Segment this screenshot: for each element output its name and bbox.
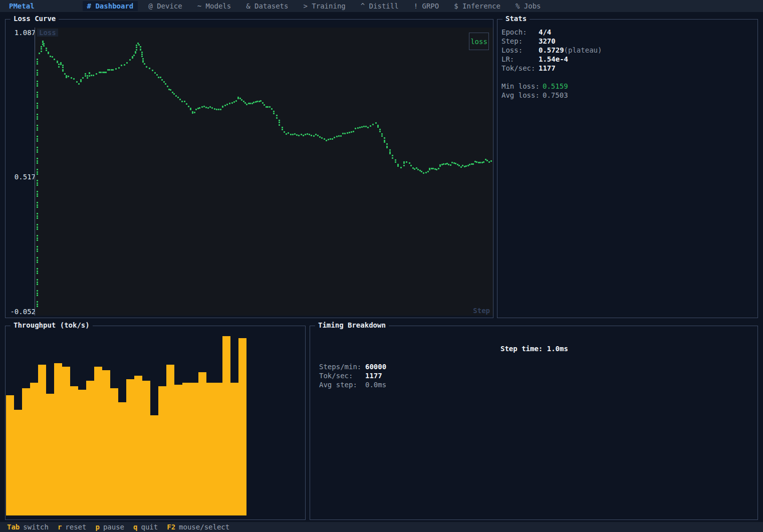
- stat-step: Step: 3270: [501, 37, 753, 46]
- throughput-bar: [166, 365, 174, 515]
- throughput-bar: [230, 383, 238, 515]
- hotkey-reset[interactable]: rreset: [58, 523, 87, 531]
- throughput-bar: [86, 381, 94, 515]
- throughput-bar: [46, 394, 54, 515]
- throughput-bar: [150, 415, 158, 515]
- throughput-bar: [238, 338, 246, 515]
- throughput-bar-chart: [6, 335, 305, 515]
- throughput-bar: [206, 383, 214, 515]
- throughput-bar: [22, 388, 30, 515]
- top-nav-bar: PMetal # Dashboard @ Device ~ Models & D…: [0, 0, 763, 12]
- timing-breakdown-panel: Timing Breakdown Step time: 1.0ms Steps/…: [310, 326, 758, 520]
- throughput-bar: [70, 386, 78, 515]
- hotkey-pause[interactable]: ppause: [95, 523, 124, 531]
- tab-jobs[interactable]: % Jobs: [511, 1, 546, 11]
- x-axis-label: Step: [473, 307, 490, 315]
- step-time-value: Step time: 1.0ms: [500, 345, 568, 353]
- throughput-bar: [102, 370, 110, 515]
- stat-min-loss: Min loss: 0.5159: [501, 82, 753, 91]
- stats-title: Stats: [502, 15, 530, 23]
- stats-panel: Stats Epoch: 4/4 Step: 3270 Loss: 0.5729…: [497, 19, 758, 318]
- tab-datasets[interactable]: & Datasets: [241, 1, 293, 11]
- throughput-title: Throughput (tok/s): [11, 321, 93, 329]
- timing-steps-per-min: Steps/min: 60000: [319, 362, 386, 371]
- tab-inference[interactable]: $ Inference: [449, 1, 505, 11]
- throughput-bar: [214, 383, 222, 515]
- stat-toksec: Tok/sec: 1177: [501, 64, 753, 73]
- timing-title: Timing Breakdown: [315, 321, 389, 329]
- loss-curve-title: Loss Curve: [11, 15, 59, 23]
- throughput-bar: [30, 383, 38, 515]
- tab-training[interactable]: > Training: [299, 1, 350, 11]
- stat-lr: LR: 1.54e-4: [501, 55, 753, 64]
- y-axis-label: Loss: [37, 29, 58, 37]
- throughput-bar: [126, 379, 134, 515]
- throughput-bar: [94, 367, 102, 515]
- status-bar: Tabswitch rreset ppause qquit F2mouse/se…: [0, 522, 763, 532]
- timing-avg-step: Avg step: 0.0ms: [319, 380, 386, 389]
- stat-epoch: Epoch: 4/4: [501, 28, 753, 37]
- loss-plateau-note: (plateau): [564, 46, 602, 55]
- throughput-bar: [174, 385, 182, 515]
- timing-tok-sec: Tok/sec: 1177: [319, 371, 386, 380]
- throughput-bar: [118, 402, 126, 515]
- y-axis-tick-min: -0.052: [8, 308, 36, 316]
- tab-models[interactable]: ~ Models: [193, 1, 235, 11]
- throughput-bar: [62, 367, 70, 515]
- tab-distill[interactable]: ^ Distill: [356, 1, 403, 11]
- loss-curve-panel: Loss Curve 1.087 0.517 -0.052 Loss Step …: [5, 19, 493, 318]
- throughput-bar: [54, 363, 62, 515]
- hotkey-quit[interactable]: qquit: [133, 523, 158, 531]
- tab-device[interactable]: @ Device: [144, 1, 186, 11]
- throughput-bar: [158, 386, 166, 515]
- hotkey-tab-switch[interactable]: Tabswitch: [7, 523, 49, 531]
- throughput-bar: [14, 410, 22, 515]
- throughput-bar: [78, 390, 86, 515]
- hotkey-mouse-select[interactable]: F2mouse/select: [167, 523, 229, 531]
- stat-loss: Loss: 0.5729 (plateau): [501, 46, 753, 55]
- throughput-bar: [182, 383, 190, 515]
- loss-legend-box[interactable]: loss: [469, 33, 489, 50]
- throughput-panel: Throughput (tok/s): [5, 326, 306, 520]
- y-axis-tick-mid: 0.517: [8, 173, 36, 181]
- throughput-bar: [198, 372, 206, 515]
- app-brand: PMetal: [9, 2, 35, 10]
- stat-avg-loss: Avg loss: 0.7503: [501, 91, 753, 100]
- throughput-bar: [38, 365, 46, 515]
- tab-dashboard[interactable]: # Dashboard: [83, 1, 138, 11]
- throughput-bar: [134, 376, 142, 515]
- tab-grpo[interactable]: ! GRPO: [409, 1, 444, 11]
- throughput-bar: [190, 383, 198, 515]
- y-axis-tick-max: 1.087: [8, 29, 36, 37]
- throughput-bar: [110, 388, 118, 515]
- throughput-bar: [6, 395, 14, 515]
- loss-scatter-plot-area[interactable]: Loss Step loss: [35, 28, 493, 316]
- throughput-bar: [222, 336, 230, 515]
- throughput-bar: [142, 381, 150, 515]
